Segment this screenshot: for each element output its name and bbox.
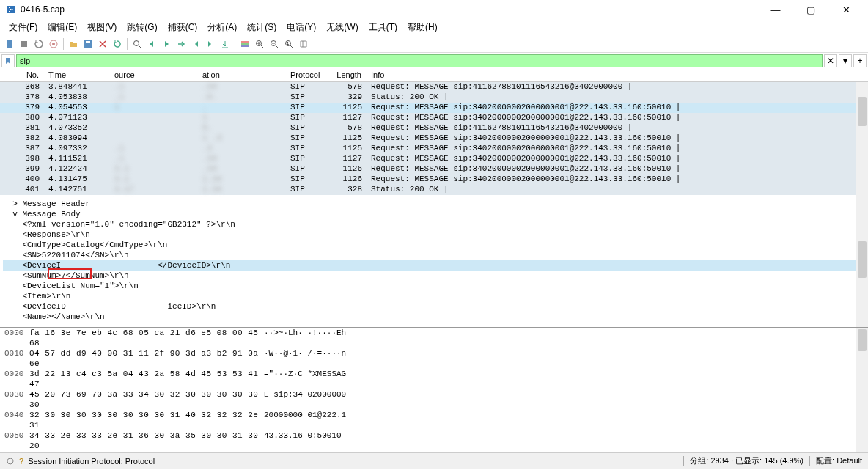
status-help-icon[interactable]: ? [19, 457, 23, 466]
detail-line[interactable]: <DeviceID iceID>\r\n [3, 301, 865, 312]
filter-add-icon[interactable]: + [853, 54, 867, 67]
maximize-button[interactable]: ▢ [795, 1, 827, 18]
last-packet-icon[interactable] [204, 37, 217, 51]
hex-row[interactable]: 003045 20 73 69 70 3a 33 34 30 32 30 30 … [0, 389, 868, 410]
detail-line[interactable]: <CmdType>Catalog</CmdType>\r\n [3, 240, 865, 250]
cell-destination: .34 [198, 154, 286, 164]
detail-line[interactable]: <Response>\r\n [3, 230, 865, 240]
detail-line[interactable]: > Message Header [3, 199, 865, 209]
menu-capture[interactable]: 捕获(C) [163, 20, 202, 35]
reload-icon[interactable] [111, 37, 124, 51]
find-icon[interactable] [130, 37, 144, 51]
packet-row[interactable]: 3804.0711231SIP1127Request: MESSAGE sip:… [0, 113, 868, 123]
zoom-out-icon[interactable] [268, 37, 281, 51]
packet-row[interactable]: 3874.097332.1.3SIP1125Request: MESSAGE s… [0, 144, 868, 154]
restart-capture-icon[interactable] [32, 37, 45, 51]
cell-time: 4.131475 [44, 175, 110, 185]
menu-edit[interactable]: 编辑(E) [43, 20, 81, 35]
colorize-icon[interactable] [238, 37, 251, 51]
menu-analyze[interactable]: 分析(A) [203, 20, 241, 35]
col-time[interactable]: Time [44, 69, 110, 81]
packet-row[interactable]: 3824.0830941 .3SIP1125Request: MESSAGE s… [0, 133, 868, 144]
packet-row[interactable]: 3784.053838.1.0.SIP329Status: 200 OK | [0, 92, 868, 103]
packet-row[interactable]: 3984.111521.1.34SIP1127Request: MESSAGE … [0, 154, 868, 164]
close-file-icon[interactable] [96, 37, 109, 51]
stop-capture-icon[interactable] [18, 37, 31, 51]
col-info[interactable]: Info [367, 69, 868, 81]
resize-columns-icon[interactable] [297, 37, 310, 51]
details-scrollbar[interactable] [856, 197, 868, 327]
hex-offset: 0030 [0, 389, 29, 410]
packet-row[interactable]: 3814.0733526.SIP578Request: MESSAGE sip:… [0, 123, 868, 133]
cell-time: 4.097332 [44, 144, 110, 154]
capture-options-icon[interactable] [47, 37, 60, 51]
close-button[interactable]: ✕ [830, 1, 862, 18]
detail-line[interactable]: <DeviceI </DeviceID>\r\n [3, 260, 865, 271]
cell-length: 1125 [330, 144, 367, 154]
filter-bookmark-icon[interactable] [1, 54, 15, 67]
cell-destination: .34 [198, 164, 286, 175]
save-icon[interactable] [81, 37, 95, 51]
col-source[interactable]: ource [110, 69, 198, 81]
open-file-icon[interactable] [67, 37, 80, 51]
menu-go[interactable]: 跳转(G) [122, 20, 161, 35]
hex-row[interactable]: 001004 57 dd d9 40 00 31 11 2f 90 3d a3 … [0, 348, 868, 369]
cell-destination: 1 [198, 113, 286, 123]
col-protocol[interactable]: Protocol [286, 69, 330, 81]
first-packet-icon[interactable] [189, 37, 202, 51]
menu-view[interactable]: 视图(V) [83, 20, 121, 35]
hex-scrollbar[interactable] [856, 328, 868, 452]
zoom-in-icon[interactable] [253, 37, 266, 51]
packet-row[interactable]: 3994.1224243.1.34SIP1126Request: MESSAGE… [0, 164, 868, 175]
filter-clear-icon[interactable]: ✕ [824, 54, 837, 67]
hex-ascii: ··>~·Lh· ·!····Eh [264, 328, 374, 348]
detail-line[interactable]: <?xml version="1.0" encoding="GB2312" ?>… [3, 219, 865, 230]
packet-row[interactable]: 3683.848441.1.34SIP578Request: MESSAGE s… [0, 82, 868, 92]
menu-tools[interactable]: 工具(T) [364, 20, 402, 35]
detail-line[interactable]: <Item>\r\n [3, 291, 865, 301]
packet-row[interactable]: 4004.1314753.11.34SIP1126Request: MESSAG… [0, 175, 868, 185]
cell-length: 1127 [330, 113, 367, 123]
hex-offset: 0050 [0, 430, 29, 451]
go-to-icon[interactable] [174, 37, 188, 51]
hex-offset: 0000 [0, 328, 29, 348]
cell-length: 578 [330, 82, 367, 92]
hex-row[interactable]: 0000fa 16 3e 7e eb 4c 68 05 ca 21 d6 e5 … [0, 328, 868, 348]
hex-row[interactable]: 004032 30 30 30 30 30 30 30 30 31 40 32 … [0, 410, 868, 430]
hex-row[interactable]: 006053 49 50 2f 32 2e 30 0d 0a 56 69 61 … [0, 451, 868, 452]
menu-telephony[interactable]: 电话(Y) [282, 20, 320, 35]
status-profile[interactable]: 配置: Default [816, 455, 862, 466]
cell-no: 382 [0, 133, 44, 144]
window-title: 0416-5.cap [21, 4, 760, 15]
packet-row[interactable]: 4014.1427513.171.34SIP328Status: 200 OK … [0, 185, 868, 195]
menu-wireless[interactable]: 无线(W) [322, 20, 362, 35]
menu-help[interactable]: 帮助(H) [403, 20, 442, 35]
packet-list-scrollbar[interactable] [856, 82, 868, 197]
detail-line[interactable]: <DeviceList Num="1">\r\n [3, 281, 865, 291]
display-filter-input[interactable] [16, 54, 823, 67]
hex-row[interactable]: 005034 33 2e 33 33 2e 31 36 30 3a 35 30 … [0, 430, 868, 451]
detail-line[interactable]: v Message Body [3, 209, 865, 219]
zoom-reset-icon[interactable]: 1 [282, 37, 295, 51]
col-length[interactable]: Length [330, 69, 367, 81]
detail-line[interactable]: <SN>522011074</SN>\r\n [3, 250, 865, 260]
cell-source: 1 [110, 103, 198, 113]
packet-row[interactable]: 3794.0545531.SIP1125Request: MESSAGE sip… [0, 103, 868, 113]
cell-source: .1 [110, 92, 198, 103]
go-back-icon[interactable] [145, 37, 158, 51]
col-destination[interactable]: ation [198, 69, 286, 81]
menu-statistics[interactable]: 统计(S) [243, 20, 281, 35]
cell-length: 329 [330, 92, 367, 103]
detail-line[interactable]: <SumNum>7</SumNum>\r\n [3, 271, 865, 281]
minimize-button[interactable]: — [760, 1, 792, 18]
start-capture-icon[interactable] [3, 37, 16, 51]
go-forward-icon[interactable] [160, 37, 173, 51]
status-circle-icon[interactable] [6, 457, 15, 466]
menu-file[interactable]: 文件(F) [4, 20, 42, 35]
cell-time: 4.122424 [44, 164, 110, 175]
hex-row[interactable]: 00203d 22 13 c4 c3 5a 04 43 2a 58 4d 45 … [0, 369, 868, 389]
filter-apply-icon[interactable]: ▾ [839, 54, 852, 67]
detail-line[interactable]: <Name></Name>\r\n [3, 312, 865, 322]
auto-scroll-icon[interactable] [218, 37, 232, 51]
col-no[interactable]: No. [0, 69, 44, 81]
